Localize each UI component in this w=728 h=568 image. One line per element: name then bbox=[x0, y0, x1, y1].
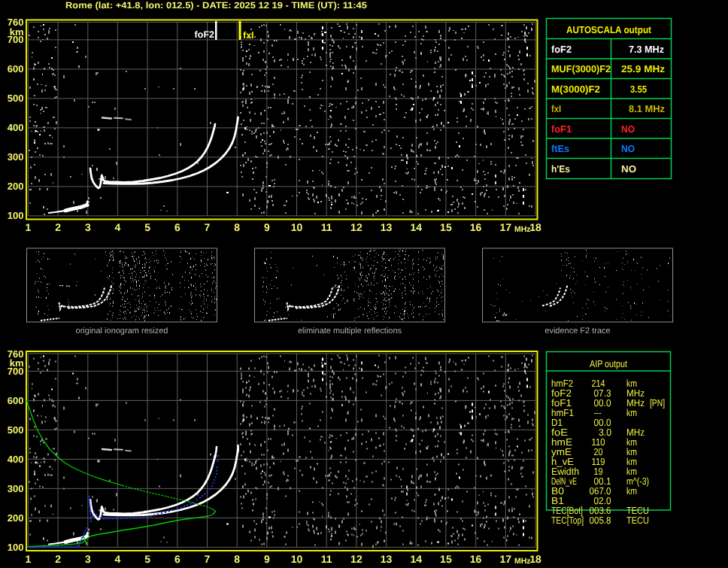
svg-text:8: 8 bbox=[234, 221, 240, 233]
svg-text:NO: NO bbox=[621, 163, 636, 175]
svg-text:500: 500 bbox=[8, 93, 24, 104]
svg-text:TECU: TECU bbox=[626, 515, 649, 526]
svg-text:AIP output: AIP output bbox=[590, 358, 627, 369]
svg-text:7: 7 bbox=[205, 553, 211, 565]
svg-text:2: 2 bbox=[55, 221, 61, 233]
svg-text:1: 1 bbox=[26, 221, 32, 233]
svg-text:foF2: foF2 bbox=[195, 29, 214, 40]
svg-text:25.9 MHz: 25.9 MHz bbox=[621, 63, 666, 74]
svg-text:16: 16 bbox=[470, 221, 482, 233]
svg-text:14: 14 bbox=[410, 221, 422, 233]
svg-text:300: 300 bbox=[8, 483, 24, 494]
svg-text:NO: NO bbox=[621, 143, 635, 154]
svg-text:15: 15 bbox=[440, 553, 452, 565]
svg-text:3: 3 bbox=[85, 553, 91, 565]
svg-text:100: 100 bbox=[8, 210, 24, 221]
svg-text:3.55: 3.55 bbox=[630, 84, 647, 95]
svg-text:AUTOSCALA output: AUTOSCALA output bbox=[566, 24, 652, 35]
svg-text:18: 18 bbox=[529, 221, 541, 233]
svg-text:12: 12 bbox=[350, 553, 362, 565]
svg-text:10: 10 bbox=[291, 553, 303, 565]
svg-text:400: 400 bbox=[8, 454, 24, 465]
svg-text:9: 9 bbox=[264, 221, 270, 233]
svg-text:700: 700 bbox=[8, 366, 24, 377]
svg-text:Rome (lat: +41.8, lon: 012.5): Rome (lat: +41.8, lon: 012.5) - DATE: 20… bbox=[65, 0, 367, 11]
svg-text:foF2: foF2 bbox=[551, 44, 572, 55]
svg-text:700: 700 bbox=[8, 34, 24, 45]
svg-text:4: 4 bbox=[115, 221, 121, 233]
svg-text:600: 600 bbox=[8, 63, 24, 74]
svg-text:200: 200 bbox=[8, 512, 24, 524]
svg-text:200: 200 bbox=[8, 181, 24, 192]
svg-text:13: 13 bbox=[381, 221, 393, 233]
svg-text:MHz: MHz bbox=[514, 557, 531, 566]
svg-text:TEC[Top]: TEC[Top] bbox=[551, 515, 584, 526]
svg-text:8.1 MHz: 8.1 MHz bbox=[629, 103, 665, 114]
svg-text:ftEs: ftEs bbox=[551, 143, 569, 154]
svg-text:MUF(3000)F2: MUF(3000)F2 bbox=[551, 63, 611, 74]
svg-text:NO: NO bbox=[621, 123, 635, 135]
svg-text:6: 6 bbox=[174, 553, 180, 565]
svg-text:100: 100 bbox=[8, 542, 24, 553]
svg-text:500: 500 bbox=[8, 424, 24, 436]
svg-text:2: 2 bbox=[55, 553, 61, 565]
svg-text:MHz: MHz bbox=[514, 225, 531, 234]
svg-text:5: 5 bbox=[144, 221, 150, 233]
svg-text:300: 300 bbox=[8, 151, 24, 163]
svg-text:5: 5 bbox=[144, 553, 150, 565]
svg-text:fxI: fxI bbox=[551, 103, 561, 114]
svg-text:[PN]: [PN] bbox=[650, 397, 665, 409]
svg-text:1: 1 bbox=[26, 553, 32, 565]
svg-text:11: 11 bbox=[321, 221, 332, 233]
svg-text:M(3000)F2: M(3000)F2 bbox=[551, 84, 600, 95]
svg-text:3: 3 bbox=[85, 221, 91, 233]
svg-text:17: 17 bbox=[500, 553, 512, 565]
svg-text:original ionogram resized: original ionogram resized bbox=[76, 327, 168, 336]
svg-text:km: km bbox=[626, 485, 637, 497]
svg-text:km: km bbox=[626, 407, 637, 418]
svg-text:evidence F2 trace: evidence F2 trace bbox=[544, 327, 610, 336]
svg-text:eliminate multiple reflections: eliminate multiple reflections bbox=[298, 327, 402, 336]
svg-text:600: 600 bbox=[8, 395, 24, 406]
svg-text:h'Es: h'Es bbox=[551, 163, 570, 175]
svg-text:18: 18 bbox=[529, 553, 541, 565]
svg-text:9: 9 bbox=[264, 553, 270, 565]
svg-text:15: 15 bbox=[440, 221, 452, 233]
svg-text:11: 11 bbox=[321, 553, 332, 565]
svg-text:4: 4 bbox=[115, 553, 121, 565]
svg-text:10: 10 bbox=[291, 221, 303, 233]
svg-text:12: 12 bbox=[350, 221, 362, 233]
svg-text:6: 6 bbox=[174, 221, 180, 233]
svg-text:400: 400 bbox=[8, 122, 24, 133]
svg-text:7: 7 bbox=[205, 221, 211, 233]
svg-text:005.8: 005.8 bbox=[590, 515, 611, 526]
svg-text:13: 13 bbox=[381, 553, 393, 565]
svg-text:14: 14 bbox=[410, 553, 422, 565]
svg-text:8: 8 bbox=[234, 553, 240, 565]
svg-text:16: 16 bbox=[470, 553, 482, 565]
svg-text:foF1: foF1 bbox=[551, 123, 572, 135]
svg-text:17: 17 bbox=[500, 221, 512, 233]
svg-text:fxI: fxI bbox=[243, 30, 254, 41]
svg-text:7.3 MHz: 7.3 MHz bbox=[629, 44, 664, 55]
